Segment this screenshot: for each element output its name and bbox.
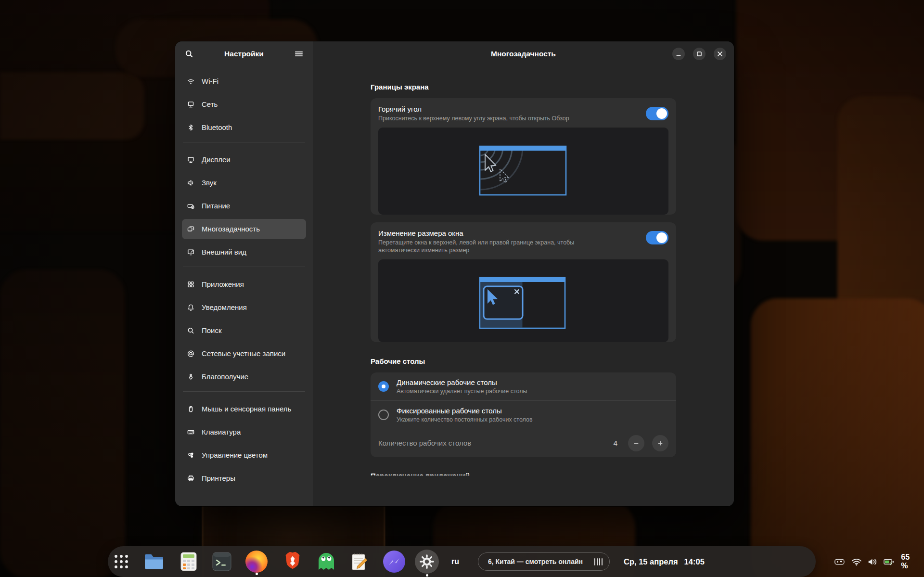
- clock-date: Ср, 15 апреля: [624, 557, 678, 566]
- color-icon: [187, 451, 195, 459]
- search-button[interactable]: [181, 46, 197, 62]
- brave-app-button[interactable]: [281, 550, 304, 573]
- window-resize-card: Изменение размера окна Перетащите окна к…: [371, 222, 676, 342]
- sidebar-item-label: Благополучие: [202, 372, 248, 382]
- messenger-icon: [383, 551, 405, 573]
- files-app-button[interactable]: [142, 550, 166, 573]
- sidebar-item-label: Сеть: [202, 100, 218, 109]
- section-title-screen-edges: Границы экрана: [371, 83, 676, 91]
- sidebar-item-wifi[interactable]: Wi-Fi: [182, 71, 306, 91]
- system-tray[interactable]: 65 %: [834, 546, 916, 577]
- app-grid-button[interactable]: [110, 550, 133, 573]
- hot-corner-toggle[interactable]: [646, 107, 668, 120]
- settings-main-pane: Многозадачность Границы экрана Гор: [313, 41, 734, 506]
- window-resize-toggle[interactable]: [646, 231, 668, 244]
- sidebar-item-appearance[interactable]: Внешний вид: [182, 242, 306, 262]
- sidebar-item-label: Уведомления: [202, 303, 247, 312]
- main-menu-button[interactable]: [291, 46, 307, 62]
- sidebar-item-mouse[interactable]: Мышь и сенсорная панель: [182, 399, 306, 419]
- sidebar-title: Настройки: [197, 50, 291, 58]
- next-section-clipped: Переключение приложений: [371, 472, 676, 475]
- window-resize-subtitle: Перетащите окна к верхней, левой или пра…: [378, 239, 585, 255]
- brave-icon: [283, 551, 302, 572]
- media-control-button[interactable]: 6, Китай — смотреть онлайн: [478, 552, 610, 571]
- fixed-workspaces-subtitle: Укажите количество постоянных рабочих ст…: [397, 416, 668, 423]
- terminal-app-button[interactable]: [210, 550, 233, 573]
- sidebar-item-network[interactable]: Сеть: [182, 94, 306, 115]
- page-title: Многозадачность: [491, 50, 556, 58]
- calculator-app-button[interactable]: [177, 550, 200, 573]
- appearance-icon: [187, 248, 195, 256]
- sidebar-item-label: Многозадачность: [202, 225, 260, 234]
- running-indicator: [426, 574, 428, 577]
- fixed-workspaces-radio[interactable]: [378, 410, 389, 420]
- workspace-count-value: 4: [613, 439, 617, 448]
- sidebar-item-displays[interactable]: Дисплеи: [182, 150, 306, 170]
- sidebar-item-search[interactable]: Поиск: [182, 321, 306, 341]
- sidebar-item-bluetooth[interactable]: Bluetooth: [182, 117, 306, 138]
- sidebar-item-color[interactable]: Управление цветом: [182, 445, 306, 465]
- sidebar-item-multitasking[interactable]: Многозадачность: [182, 219, 306, 239]
- minimize-button[interactable]: [672, 48, 685, 60]
- sidebar-item-label: Внешний вид: [202, 248, 246, 257]
- hamburger-menu-icon: [295, 50, 303, 58]
- sidebar-item-notifications[interactable]: Уведомления: [182, 297, 306, 318]
- increase-count-button[interactable]: [652, 435, 668, 451]
- minimize-icon: [676, 51, 681, 56]
- sidebar-divider: [183, 142, 305, 142]
- search-icon: [187, 327, 195, 334]
- hot-corner-illustration: [378, 128, 668, 215]
- sidebar-divider: [183, 391, 305, 392]
- sidebar-item-online-accounts[interactable]: Сетевые учетные записи: [182, 344, 306, 364]
- multitasking-page: Границы экрана Горячий угол Прикоснитесь…: [371, 66, 676, 506]
- messenger-app-button[interactable]: [383, 550, 406, 573]
- sidebar-item-wellbeing[interactable]: Благополучие: [182, 367, 306, 387]
- sidebar-item-label: Клавиатура: [202, 428, 241, 437]
- decrease-count-button[interactable]: [628, 435, 644, 451]
- firefox-icon: [245, 551, 268, 573]
- sidebar-item-apps[interactable]: Приложения: [182, 274, 306, 295]
- bell-icon: [187, 304, 195, 311]
- sidebar-item-keyboard[interactable]: Клавиатура: [182, 422, 306, 442]
- workspace-count-label: Количество рабочих столов: [378, 439, 605, 447]
- clock-time: 14:05: [684, 557, 705, 566]
- volume-status-icon: [868, 557, 877, 566]
- battery-percent: 65 %: [901, 553, 916, 570]
- apps-icon: [187, 281, 195, 288]
- wifi-icon: [187, 77, 195, 85]
- sidebar-nav: Wi-Fi Сеть Bluetooth Дисплеи Звук: [175, 66, 313, 491]
- dynamic-workspaces-radio[interactable]: [378, 381, 389, 392]
- sidebar-item-printers[interactable]: Принтеры: [182, 468, 306, 488]
- network-icon: [187, 101, 195, 108]
- text-editor-icon: [350, 552, 369, 571]
- multitasking-icon: [187, 225, 195, 233]
- close-button[interactable]: [714, 48, 726, 60]
- sound-icon: [187, 179, 195, 187]
- sidebar-item-power[interactable]: Питание: [182, 196, 306, 216]
- dynamic-workspaces-row[interactable]: Динамические рабочие столы Автоматически…: [371, 372, 676, 400]
- wellbeing-icon: [187, 373, 195, 381]
- settings-app-button[interactable]: [415, 550, 439, 574]
- firefox-app-button[interactable]: [245, 550, 268, 573]
- ghost-app-icon: [317, 551, 335, 572]
- search-icon: [185, 50, 193, 58]
- workspace-count-row: Количество рабочих столов 4: [371, 429, 676, 457]
- keyboard-layout-indicator[interactable]: ru: [451, 546, 459, 577]
- minus-icon: [633, 440, 639, 446]
- fixed-workspaces-row[interactable]: Фиксированные рабочие столы Укажите коли…: [371, 401, 676, 429]
- battery-charging-icon: [884, 558, 895, 566]
- dynamic-workspaces-subtitle: Автоматически удаляет пустые рабочие сто…: [397, 388, 668, 395]
- at-icon: [187, 350, 195, 358]
- sidebar-item-label: Звук: [202, 179, 217, 188]
- sidebar-item-label: Поиск: [202, 326, 222, 335]
- ghost-app-button[interactable]: [315, 550, 338, 573]
- clock[interactable]: Ср, 15 апреля 14:05: [624, 546, 705, 577]
- window-resize-illustration: [378, 259, 668, 342]
- equalizer-bars-icon: [594, 558, 603, 565]
- section-title-workspaces: Рабочие столы: [371, 357, 676, 365]
- dynamic-workspaces-title: Динамические рабочие столы: [397, 378, 668, 386]
- maximize-button[interactable]: [693, 48, 706, 60]
- sidebar-item-sound[interactable]: Звук: [182, 173, 306, 193]
- window-controls: [672, 41, 726, 66]
- text-editor-app-button[interactable]: [348, 550, 371, 573]
